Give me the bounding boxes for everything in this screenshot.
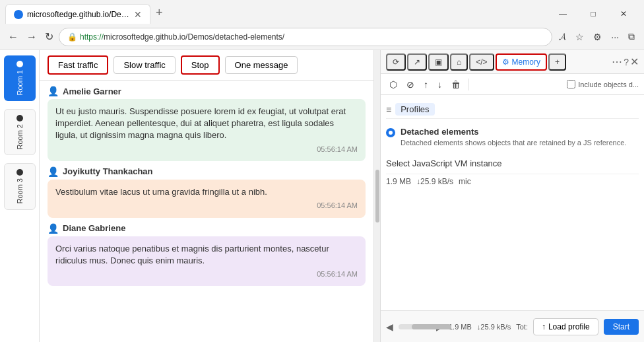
chat-scrollbar[interactable] — [373, 50, 380, 342]
profiles-label[interactable]: Profiles — [395, 103, 434, 116]
back-button[interactable]: ← — [5, 28, 21, 46]
room-label-1: Room 1 — [16, 70, 24, 96]
refresh-button[interactable]: ↻ — [42, 28, 56, 46]
dt-up-button[interactable]: ↑ — [420, 77, 432, 92]
memory-tab-gear-icon: ⚙ — [502, 57, 509, 67]
network-icon: ⌂ — [457, 57, 461, 67]
dt-stop-button[interactable]: ⊘ — [403, 77, 418, 92]
start-button[interactable]: Start — [604, 319, 639, 335]
performance-icon: </> — [476, 57, 487, 67]
dt-capture-button[interactable]: ⬡ — [386, 77, 401, 92]
window-controls: — □ ✕ — [548, 4, 639, 24]
extensions-button[interactable]: ⚙ — [589, 29, 606, 45]
devtools-tab-sources[interactable]: ▣ — [428, 53, 449, 71]
user-icon-2: 👤 — [48, 166, 59, 177]
load-profile-button[interactable]: ↑ Load profile — [533, 318, 598, 335]
devtools-content: ≡ Profiles Detached elements Detached el… — [381, 95, 644, 310]
message-group-1: 👤 Amelie Garner Ut eu justo mauris. Susp… — [48, 86, 366, 161]
load-icon: ↑ — [542, 322, 546, 331]
include-objects-label[interactable]: Include objects d... — [567, 80, 639, 88]
slow-traffic-button[interactable]: Slow traffic — [113, 56, 175, 74]
sidebar-toggle[interactable]: ⧉ — [624, 28, 639, 45]
dt-down-button[interactable]: ↓ — [434, 77, 445, 92]
bottom-stat1: 1.9 MB — [449, 323, 472, 331]
room-label-2: Room 2 — [16, 124, 24, 150]
memory-tab-label: Memory — [512, 57, 540, 67]
message-group-3: 👤 Diane Gabriene Orci varius natoque pen… — [48, 223, 366, 287]
read-aloud-button[interactable]: 𝓐 — [555, 28, 570, 45]
devtools-tab-performance[interactable]: </> — [469, 53, 494, 71]
active-tab[interactable]: microsoftedge.github.io/Demos/c... ✕ — [5, 4, 150, 24]
new-tab-button[interactable]: + — [153, 3, 166, 22]
vm-stat3: mic — [459, 177, 471, 186]
message-bubble-1: Ut eu justo mauris. Suspendisse posuere … — [48, 99, 366, 161]
message-text-3: Orci varius natoque penatibus et magnis … — [55, 244, 329, 265]
scroll-left-button[interactable]: ◀ — [386, 322, 393, 332]
address-text: https://microsoftedge.github.io/Demos/de… — [80, 32, 284, 42]
forward-button[interactable]: → — [24, 28, 40, 46]
favorites-button[interactable]: ☆ — [571, 29, 588, 45]
tab-close-btn[interactable]: ✕ — [134, 9, 142, 20]
vm-stat2: ↓25.9 kB/s — [416, 177, 453, 186]
message-time-1: 05:56:14 AM — [55, 145, 358, 154]
close-button[interactable]: ✕ — [608, 4, 639, 24]
js-vm-title: Select JavaScript VM instance — [386, 158, 639, 168]
include-objects-checkbox[interactable] — [567, 80, 575, 88]
message-time-2: 05:56:14 AM — [55, 201, 358, 211]
address-bar-row: ← → ↻ 🔒 https://microsoftedge.github.io/… — [0, 24, 644, 50]
bottom-stat3: Tot: — [516, 323, 528, 331]
detached-info: Detached elements Detached elements show… — [401, 127, 626, 148]
sources-icon: ▣ — [435, 57, 442, 67]
rooms-sidebar: Room 1 Room 2 Room 3 — [0, 50, 40, 342]
devtools-tab-console[interactable]: ↗ — [407, 53, 427, 71]
bottom-stat2: ↓25.9 kB/s — [477, 323, 511, 331]
user-icon-3: 👤 — [48, 223, 59, 234]
sender-name-3: Diane Gabriene — [63, 223, 125, 233]
chat-toolbar: Fast traffic Slow traffic Stop One messa… — [40, 50, 373, 81]
more-button[interactable]: ··· — [607, 29, 623, 45]
detached-radio-button[interactable] — [386, 128, 395, 137]
elements-icon: ⟳ — [393, 57, 399, 67]
profiles-section: ≡ Profiles — [386, 100, 639, 119]
profiles-icon: ≡ — [386, 104, 391, 115]
devtools-more-button[interactable]: ⋯ — [612, 55, 622, 68]
fast-traffic-button[interactable]: Fast traffic — [48, 55, 108, 75]
tab-favicon — [14, 10, 23, 19]
room-dot-3 — [16, 169, 23, 176]
devtools-tab-elements[interactable]: ⟳ — [386, 53, 406, 71]
devtools-help-button[interactable]: ? — [624, 57, 629, 67]
devtools-panel: ⟳ ↗ ▣ ⌂ </> ⚙ Memory + ⋯ — [380, 50, 644, 342]
lock-icon: 🔒 — [67, 32, 77, 42]
bottom-stats: 1.9 MB ↓25.9 kB/s Tot: — [449, 323, 528, 331]
stop-button[interactable]: Stop — [181, 55, 220, 75]
room-item-2[interactable]: Room 2 — [4, 109, 36, 156]
room-item-1[interactable]: Room 1 — [4, 55, 36, 101]
devtools-toolbar: ⬡ ⊘ ↑ ↓ 🗑 Include objects d... — [381, 74, 644, 95]
minimize-button[interactable]: — — [548, 4, 578, 24]
dt-delete-button[interactable]: 🗑 — [448, 77, 464, 92]
one-message-button[interactable]: One message — [225, 56, 298, 74]
room-item-3[interactable]: Room 3 — [4, 163, 36, 210]
detached-desc: Detached elements shows objects that are… — [401, 138, 626, 148]
chat-area: Fast traffic Slow traffic Stop One messa… — [40, 50, 373, 342]
maximize-button[interactable]: □ — [578, 4, 608, 24]
vm-instance-row[interactable]: 1.9 MB ↓25.9 kB/s mic — [386, 174, 639, 189]
bottom-scrollbar[interactable] — [399, 324, 431, 329]
url-protocol: https:// — [80, 32, 104, 42]
sender-1: 👤 Amelie Garner — [48, 86, 366, 96]
js-vm-section: Select JavaScript VM instance 1.9 MB ↓25… — [386, 158, 639, 189]
room-dot-1 — [16, 61, 23, 67]
sender-name-1: Amelie Garner — [63, 86, 121, 96]
chat-messages: 👤 Amelie Garner Ut eu justo mauris. Susp… — [40, 81, 373, 342]
devtools-tab-add[interactable]: + — [548, 53, 566, 71]
console-icon: ↗ — [414, 57, 420, 67]
address-bar[interactable]: 🔒 https://microsoftedge.github.io/Demos/… — [59, 28, 552, 46]
sender-3: 👤 Diane Gabriene — [48, 223, 366, 234]
devtools-tab-memory[interactable]: ⚙ Memory — [496, 53, 547, 71]
room-label-3: Room 3 — [16, 178, 24, 204]
devtools-close-button[interactable]: ✕ — [630, 55, 639, 68]
message-text-1: Ut eu justo mauris. Suspendisse posuere … — [55, 106, 346, 140]
devtools-tab-network[interactable]: ⌂ — [450, 53, 468, 71]
detached-radio: Detached elements Detached elements show… — [386, 127, 639, 148]
message-bubble-3: Orci varius natoque penatibus et magnis … — [48, 236, 366, 287]
